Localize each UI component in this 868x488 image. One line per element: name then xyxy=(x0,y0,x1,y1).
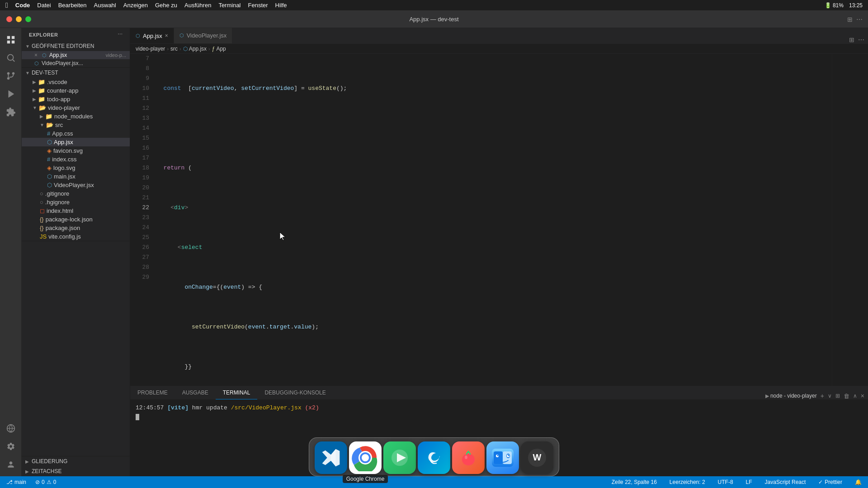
search-icon[interactable] xyxy=(3,50,19,66)
vite-config-file[interactable]: JS vite.config.js xyxy=(22,232,130,241)
panel-split-icon[interactable]: ⊞ xyxy=(835,393,840,399)
open-editor-videoplayer[interactable]: ⬡ VideoPlayer.jsx... xyxy=(22,59,130,67)
favicon-svg-file[interactable]: ◈ favicon.svg xyxy=(22,146,130,155)
todo-app-folder[interactable]: ▶ 📁 todo-app xyxy=(22,95,130,103)
errors-item[interactable]: ⊘ 0 ⚠ 0 xyxy=(33,479,59,485)
dock-item-whisk[interactable]: W xyxy=(521,441,553,474)
panel-tab-terminal[interactable]: TERMINAL xyxy=(216,386,258,399)
remote-icon[interactable] xyxy=(3,420,19,436)
panel-add-icon[interactable]: + xyxy=(821,392,824,399)
menu-ausfuehren[interactable]: Ausführen xyxy=(184,2,211,9)
open-editors-header[interactable]: ▼ GEÖFFNETE EDITOREN xyxy=(22,41,130,51)
devtest-header[interactable]: ▼ DEV-TEST xyxy=(22,68,130,78)
vscode-folder[interactable]: ▶ 📁 .vscode xyxy=(22,78,130,86)
dock-item-vscode[interactable] xyxy=(315,441,347,474)
outline-section[interactable]: ▶ GLIEDERUNG xyxy=(22,456,130,466)
split-editor-icon[interactable]: ⊞ xyxy=(847,16,853,23)
menu-datei[interactable]: Datei xyxy=(37,2,51,9)
open-editors-chevron: ▼ xyxy=(25,44,30,49)
minimize-button[interactable] xyxy=(16,16,22,22)
menu-terminal[interactable]: Terminal xyxy=(218,2,241,9)
app-jsx-file[interactable]: ⬡ App.jsx xyxy=(22,138,130,146)
tab-appjsx[interactable]: ⬡ App.jsx × xyxy=(130,28,174,43)
hgignore-file[interactable]: ○ .hgignore xyxy=(22,198,130,206)
code-content[interactable]: const [currentVideo, setCurrentVideo] = … xyxy=(153,54,832,386)
source-control-icon[interactable] xyxy=(3,68,19,84)
dock-item-finder[interactable] xyxy=(486,441,519,474)
panel-chevron-down-icon[interactable]: ∨ xyxy=(828,393,832,399)
maximize-button[interactable] xyxy=(25,16,31,22)
settings-icon[interactable] xyxy=(3,438,19,455)
menu-bar-right: 🔋 81% 13:25 xyxy=(825,2,863,9)
line-col-item[interactable]: Zeile 22, Spalte 16 xyxy=(609,479,660,485)
breadcrumb-src[interactable]: src xyxy=(170,46,178,52)
main-jsx-file[interactable]: ⬡ main.jsx xyxy=(22,172,130,181)
src-folder[interactable]: ▼ 📂 src xyxy=(22,121,130,129)
gitignore-icon: ○ xyxy=(40,190,43,197)
breadcrumb-appjsx[interactable]: ⬡App.jsx xyxy=(183,46,207,52)
language-item[interactable]: JavaScript React xyxy=(762,479,809,485)
breadcrumb-sep-2: › xyxy=(179,46,181,52)
menu-gehe-zu[interactable]: Gehe zu xyxy=(155,2,177,9)
status-bar: ⎇ main ⊘ 0 ⚠ 0 Zeile 22, Spalte 16 Leerz… xyxy=(0,476,868,488)
panel-trash-icon[interactable]: 🗑 xyxy=(844,393,849,399)
code-editor[interactable]: 7 8 9 10 11 12 13 14 15 16 17 18 19 20 2… xyxy=(130,54,868,386)
package-json-file[interactable]: {} package.json xyxy=(22,224,130,232)
close-appjsx-icon[interactable]: × xyxy=(34,52,38,58)
video-player-folder[interactable]: ▼ 📂 video-player xyxy=(22,103,130,112)
svg-point-15 xyxy=(465,455,467,459)
explorer-icon[interactable] xyxy=(3,32,19,48)
gitignore-file[interactable]: ○ .gitignore xyxy=(22,189,130,198)
panel-maximize-icon[interactable]: ∧ xyxy=(853,393,857,399)
breadcrumb: video-player › src › ⬡App.jsx › ƒApp xyxy=(130,44,868,54)
notifications-item[interactable]: 🔔 xyxy=(852,479,864,485)
dock: Google Chrome xyxy=(309,437,559,476)
logo-svg-file[interactable]: ◈ logo.svg xyxy=(22,164,130,172)
new-file-icon[interactable]: ⋯ xyxy=(118,32,123,38)
menu-fenster[interactable]: Fenster xyxy=(248,2,268,9)
menu-auswahl[interactable]: Auswahl xyxy=(94,2,116,9)
package-lock-json-file[interactable]: {} package-lock.json xyxy=(22,215,130,224)
app-css-file[interactable]: # App.css xyxy=(22,129,130,138)
encoding-item[interactable]: UTF-8 xyxy=(715,479,736,485)
index-css-file[interactable]: # index.css xyxy=(22,155,130,164)
sidebar-header: EXPLORER ⋯ xyxy=(22,28,130,41)
node-modules-folder[interactable]: ▶ 📁 node_modules xyxy=(22,112,130,121)
menu-anzeigen[interactable]: Anzeigen xyxy=(123,2,148,9)
more-tab-actions-icon[interactable]: ⋯ xyxy=(858,36,864,43)
index-html-file[interactable]: ◻ index.html xyxy=(22,206,130,215)
videoplayer-jsx-file[interactable]: ⬡ VideoPlayer.jsx xyxy=(22,181,130,189)
counter-app-folder[interactable]: ▶ 📁 counter-app xyxy=(22,86,130,95)
menu-bearbeiten[interactable]: Bearbeiten xyxy=(58,2,87,9)
more-actions-icon[interactable]: ⋯ xyxy=(856,16,863,23)
panel-tab-probleme[interactable]: PROBLEME xyxy=(130,386,175,399)
open-editor-appjsx[interactable]: × ⬡ App.jsx video-p... xyxy=(22,51,130,59)
dock-item-camtasia[interactable] xyxy=(383,441,416,474)
timeline-section[interactable]: ▶ ZEITACHSE xyxy=(22,466,130,476)
split-editor-tab-icon[interactable]: ⊞ xyxy=(849,36,854,43)
prettier-item[interactable]: ✓ Prettier xyxy=(816,479,845,485)
menu-hilfe[interactable]: Hilfe xyxy=(275,2,287,9)
svg-point-3 xyxy=(7,72,9,75)
prettier-icon: ✓ xyxy=(818,479,823,485)
apple-menu[interactable]:  xyxy=(5,1,8,9)
tab-videoplayer[interactable]: ⬡ VideoPlayer.jsx xyxy=(174,28,233,43)
branch-item[interactable]: ⎇ main xyxy=(4,479,29,485)
dock-item-chrome[interactable]: Google Chrome xyxy=(349,441,382,474)
line-ending-item[interactable]: LF xyxy=(743,479,755,485)
run-debug-icon[interactable] xyxy=(3,86,19,102)
account-icon[interactable] xyxy=(3,456,19,473)
branch-name: main xyxy=(14,479,26,485)
spaces-item[interactable]: Leerzeichen: 2 xyxy=(667,479,708,485)
tab-close-appjsx[interactable]: × xyxy=(165,33,168,39)
close-button[interactable] xyxy=(6,16,12,22)
dock-item-edge[interactable] xyxy=(418,441,450,474)
menu-code[interactable]: Code xyxy=(15,2,30,9)
panel-tab-ausgabe[interactable]: AUSGABE xyxy=(175,386,216,399)
breadcrumb-video-player[interactable]: video-player xyxy=(136,46,165,52)
extensions-icon[interactable] xyxy=(3,104,19,120)
breadcrumb-app[interactable]: ƒApp xyxy=(212,46,226,52)
panel-tab-debugging[interactable]: DEBUGGING-KONSOLE xyxy=(257,386,333,399)
panel-close-icon[interactable]: × xyxy=(861,392,864,399)
dock-item-tomato[interactable] xyxy=(452,441,485,474)
